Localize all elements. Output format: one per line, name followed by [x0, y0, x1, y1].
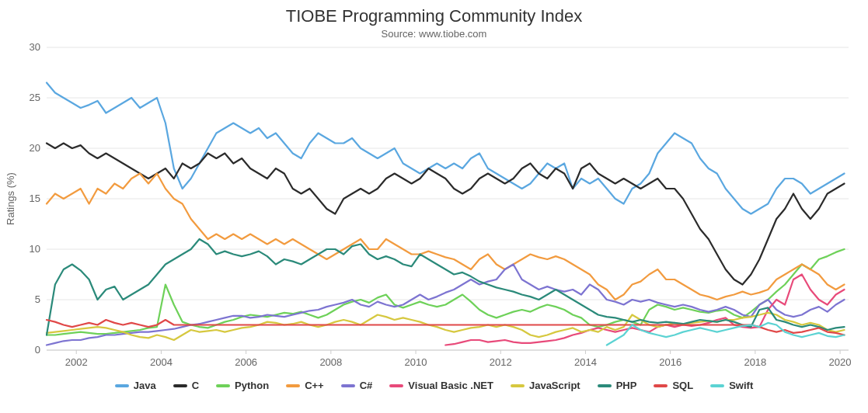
legend-label: SQL [672, 380, 693, 391]
chart-subtitle: Source: www.tiobe.com [0, 26, 868, 40]
svg-text:5: 5 [35, 293, 40, 305]
svg-text:15: 15 [30, 193, 40, 204]
series-sql[interactable] [47, 320, 845, 335]
series-swift[interactable] [607, 323, 845, 345]
legend-label: C++ [305, 380, 324, 391]
svg-text:2002: 2002 [65, 356, 88, 368]
series-c-[interactable] [47, 174, 845, 300]
legend-swatch [654, 384, 668, 387]
legend-item-c[interactable]: C [173, 380, 199, 391]
legend-item-c-[interactable]: C++ [286, 380, 324, 391]
svg-text:2016: 2016 [659, 356, 682, 368]
svg-text:20: 20 [30, 142, 40, 154]
legend-swatch [710, 384, 724, 387]
line-chart[interactable]: 0510152025302002200420062008201020122014… [0, 40, 868, 373]
legend-label: C [192, 380, 199, 391]
legend-swatch [511, 384, 525, 387]
legend-swatch [598, 384, 612, 387]
legend-item-sql[interactable]: SQL [654, 380, 693, 391]
legend-label: Java [134, 380, 156, 391]
legend-swatch [341, 384, 355, 387]
svg-text:Ratings (%): Ratings (%) [5, 172, 16, 225]
chart-container: TIOBE Programming Community Index Source… [0, 0, 868, 413]
legend-swatch [115, 384, 129, 387]
svg-text:2012: 2012 [490, 356, 512, 368]
legend-item-javascript[interactable]: JavaScript [511, 380, 580, 391]
svg-text:2010: 2010 [405, 356, 427, 368]
svg-text:2014: 2014 [574, 356, 597, 368]
svg-text:2008: 2008 [319, 356, 342, 368]
legend-item-c-[interactable]: C# [341, 380, 373, 391]
legend-item-python[interactable]: Python [216, 380, 269, 391]
svg-text:2018: 2018 [744, 356, 766, 368]
svg-text:10: 10 [30, 243, 40, 255]
legend-swatch [173, 384, 187, 387]
legend-label: PHP [616, 380, 637, 391]
legend-swatch [216, 384, 230, 387]
svg-text:0: 0 [35, 344, 40, 356]
series-javascript[interactable] [47, 313, 845, 340]
legend-swatch [389, 384, 403, 387]
svg-text:2020: 2020 [829, 356, 852, 368]
legend-item-swift[interactable]: Swift [710, 380, 753, 391]
chart-legend: JavaCPythonC++C#Visual Basic .NETJavaScr… [0, 373, 868, 391]
chart-title: TIOBE Programming Community Index [0, 0, 868, 26]
svg-text:2004: 2004 [150, 356, 173, 368]
legend-item-php[interactable]: PHP [598, 380, 637, 391]
svg-text:25: 25 [30, 92, 40, 103]
legend-label: Swift [729, 380, 753, 391]
legend-item-java[interactable]: Java [115, 380, 156, 391]
legend-label: Python [235, 380, 269, 391]
legend-label: JavaScript [529, 380, 580, 391]
legend-item-visual-basic-net[interactable]: Visual Basic .NET [389, 380, 493, 391]
legend-swatch [286, 384, 300, 387]
legend-label: Visual Basic .NET [408, 380, 493, 391]
svg-text:30: 30 [30, 41, 40, 53]
svg-text:2006: 2006 [235, 356, 257, 368]
legend-label: C# [360, 380, 373, 391]
